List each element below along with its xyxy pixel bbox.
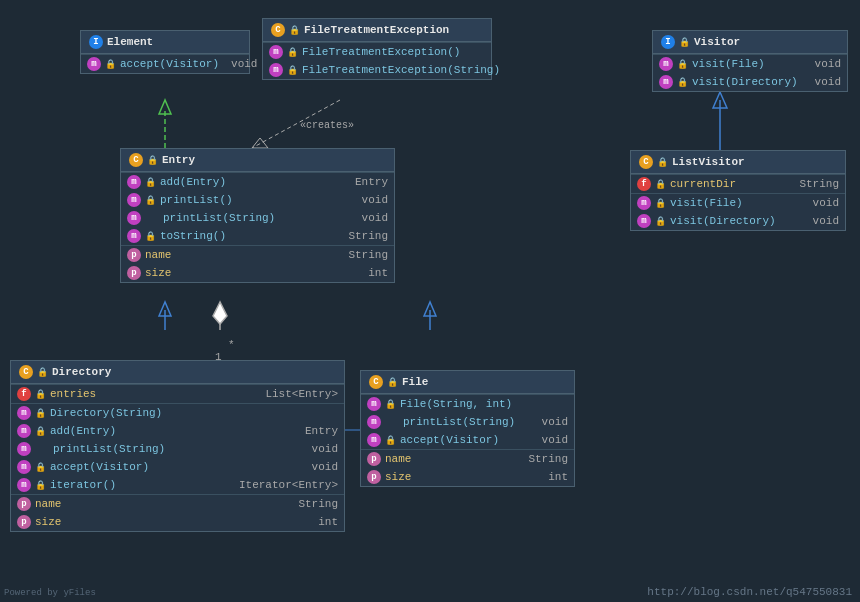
- table-row: m 🔒 Directory(String): [11, 404, 344, 422]
- svg-text:«creates»: «creates»: [300, 120, 354, 131]
- dir-field-entries: f 🔒 entries List<Entry>: [11, 384, 344, 403]
- method-label: accept(Visitor): [120, 58, 219, 70]
- visitor-methods: m 🔒 visit(File) void m 🔒 visit(Directory…: [653, 54, 847, 91]
- visitor-header: I 🔒 Visitor: [653, 31, 847, 54]
- element-methods: m 🔒 accept(Visitor) void: [81, 54, 249, 73]
- element-class: I Element m 🔒 accept(Visitor) void: [80, 30, 250, 74]
- svg-marker-9: [159, 302, 171, 316]
- fte-name: FileTreatmentException: [304, 24, 449, 36]
- entry-name: Entry: [162, 154, 195, 166]
- file-treatment-exception-class: C 🔒 FileTreatmentException m 🔒 FileTreat…: [262, 18, 492, 80]
- url-text: http://blog.csdn.net/q547550831: [647, 586, 852, 598]
- table-row: m printList(String) void: [361, 413, 574, 431]
- file-header: C 🔒 File: [361, 371, 574, 394]
- table-row: m 🔒 add(Entry) Entry: [11, 422, 344, 440]
- file-class: C 🔒 File m 🔒 File(String, int) m printLi…: [360, 370, 575, 487]
- dir-methods: m 🔒 Directory(String) m 🔒 add(Entry) Ent…: [11, 403, 344, 494]
- table-row: m 🔒 visit(File) void: [631, 194, 845, 212]
- file-methods: m 🔒 File(String, int) m printList(String…: [361, 394, 574, 449]
- svg-marker-1: [159, 100, 171, 114]
- table-row: m 🔒 printList() void: [121, 191, 394, 209]
- lv-fields: f 🔒 currentDir String: [631, 174, 845, 193]
- table-row: m printList(String) void: [11, 440, 344, 458]
- table-row: f 🔒 entries List<Entry>: [11, 385, 344, 403]
- return-type: void: [223, 58, 257, 70]
- table-row: m 🔒 FileTreatmentException(String): [263, 61, 491, 79]
- table-row: m 🔒 add(Entry) Entry: [121, 173, 394, 191]
- table-row: p size int: [361, 468, 574, 486]
- table-row: p name String: [361, 450, 574, 468]
- table-row: f 🔒 currentDir String: [631, 175, 845, 193]
- fte-header: C 🔒 FileTreatmentException: [263, 19, 491, 42]
- table-row: m 🔒 visit(Directory) void: [631, 212, 845, 230]
- table-row: m 🔒 FileTreatmentException(): [263, 43, 491, 61]
- element-badge: I: [89, 35, 103, 49]
- directory-class: C 🔒 Directory f 🔒 entries List<Entry> m …: [10, 360, 345, 532]
- lv-name: ListVisitor: [672, 156, 745, 168]
- table-row: p size int: [121, 264, 394, 282]
- svg-marker-3: [252, 138, 268, 148]
- list-visitor-class: C 🔒 ListVisitor f 🔒 currentDir String m …: [630, 150, 846, 231]
- file-fields: p name String p size int: [361, 449, 574, 486]
- table-row: m 🔒 accept(Visitor) void: [11, 458, 344, 476]
- fte-badge: C: [271, 23, 285, 37]
- lv-header: C 🔒 ListVisitor: [631, 151, 845, 174]
- svg-text:*: *: [228, 339, 235, 351]
- table-row: m 🔒 File(String, int): [361, 395, 574, 413]
- table-row: m 🔒 accept(Visitor) void: [361, 431, 574, 449]
- table-row: m 🔒 accept(Visitor) void: [81, 55, 249, 73]
- entry-class: C 🔒 Entry m 🔒 add(Entry) Entry m 🔒 print…: [120, 148, 395, 283]
- entry-header: C 🔒 Entry: [121, 149, 394, 172]
- table-row: m 🔒 visit(Directory) void: [653, 73, 847, 91]
- table-row: p size int: [11, 513, 344, 531]
- visitor-badge: I: [661, 35, 675, 49]
- svg-marker-7: [713, 92, 727, 108]
- dir-header: C 🔒 Directory: [11, 361, 344, 384]
- table-row: p name String: [121, 246, 394, 264]
- entry-methods: m 🔒 add(Entry) Entry m 🔒 printList() voi…: [121, 172, 394, 245]
- element-name: Element: [107, 36, 153, 48]
- element-header: I Element: [81, 31, 249, 54]
- watermark: Powered by yFiles: [4, 588, 96, 598]
- table-row: m 🔒 toString() String: [121, 227, 394, 245]
- entry-fields: p name String p size int: [121, 245, 394, 282]
- visitor-name: Visitor: [694, 36, 740, 48]
- fte-methods: m 🔒 FileTreatmentException() m 🔒 FileTre…: [263, 42, 491, 79]
- method-badge: m: [87, 57, 101, 71]
- table-row: m printList(String) void: [121, 209, 394, 227]
- visitor-class: I 🔒 Visitor m 🔒 visit(File) void m 🔒 vis…: [652, 30, 848, 92]
- table-row: m 🔒 iterator() Iterator<Entry>: [11, 476, 344, 494]
- dir-name: Directory: [52, 366, 111, 378]
- table-row: m 🔒 visit(File) void: [653, 55, 847, 73]
- table-row: p name String: [11, 495, 344, 513]
- svg-marker-15: [424, 302, 436, 316]
- dir-fields-bottom: p name String p size int: [11, 494, 344, 531]
- svg-marker-11: [213, 302, 227, 324]
- file-name: File: [402, 376, 428, 388]
- lv-methods: m 🔒 visit(File) void m 🔒 visit(Directory…: [631, 193, 845, 230]
- svg-line-2: [252, 100, 340, 148]
